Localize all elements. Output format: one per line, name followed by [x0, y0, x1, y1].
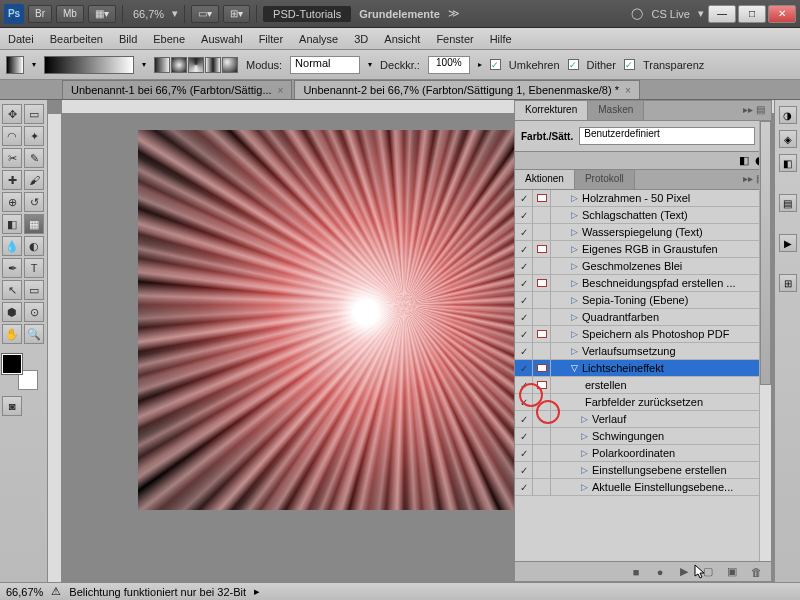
close-icon[interactable]: × [278, 85, 284, 96]
shape-tool[interactable]: ▭ [24, 280, 44, 300]
adjustment-icon[interactable]: ◧ [739, 154, 749, 167]
color-panel-icon[interactable]: ◑ [779, 106, 797, 124]
action-toggle-checkbox[interactable]: ✓ [515, 326, 533, 342]
bridge-button[interactable]: Br [28, 5, 52, 23]
expand-icon[interactable]: ▷ [571, 295, 578, 305]
path-tool[interactable]: ↖ [2, 280, 22, 300]
action-row[interactable]: ✓▷Aktuelle Einstellungsebene... [515, 479, 771, 496]
document-tab-1[interactable]: Unbenannt-1 bei 66,7% (Farbton/Sättig...… [62, 80, 292, 99]
history-brush-tool[interactable]: ↺ [24, 192, 44, 212]
action-toggle-checkbox[interactable]: ✓ [515, 394, 533, 410]
close-button[interactable]: ✕ [768, 5, 796, 23]
minimize-button[interactable]: — [708, 5, 736, 23]
action-toggle-checkbox[interactable]: ✓ [515, 190, 533, 206]
action-toggle-checkbox[interactable]: ✓ [515, 479, 533, 495]
play-icon[interactable]: ▶ [677, 565, 691, 579]
ruler-vertical[interactable] [48, 114, 62, 582]
actions-list[interactable]: ✓▷Holzrahmen - 50 Pixel✓▷Schlagschatten … [515, 190, 771, 561]
type-tool[interactable]: T [24, 258, 44, 278]
action-dialog-toggle[interactable] [533, 309, 551, 325]
action-dialog-toggle[interactable] [533, 479, 551, 495]
modus-select[interactable]: Normal [290, 56, 360, 74]
stop-icon[interactable]: ■ [629, 565, 643, 579]
zoom-label[interactable]: 66,7% [129, 8, 168, 20]
expand-icon[interactable]: ▷ [571, 278, 578, 288]
maximize-button[interactable]: □ [738, 5, 766, 23]
expand-icon[interactable]: ▷ [571, 312, 578, 322]
tab-korrekturen[interactable]: Korrekturen [515, 101, 588, 120]
cslive-button[interactable]: CS Live [647, 8, 694, 20]
wand-tool[interactable]: ✦ [24, 126, 44, 146]
scrollbar[interactable] [759, 190, 771, 561]
action-toggle-checkbox[interactable]: ✓ [515, 411, 533, 427]
tab-masken[interactable]: Masken [588, 101, 644, 120]
lasso-tool[interactable]: ◠ [2, 126, 22, 146]
blur-tool[interactable]: 💧 [2, 236, 22, 256]
menu-ansicht[interactable]: Ansicht [384, 33, 420, 45]
action-row[interactable]: ✓▷Holzrahmen - 50 Pixel [515, 190, 771, 207]
action-toggle-checkbox[interactable]: ✓ [515, 309, 533, 325]
expand-icon[interactable]: ▷ [581, 482, 588, 492]
swatches-panel-icon[interactable]: ◈ [779, 130, 797, 148]
eraser-tool[interactable]: ◧ [2, 214, 22, 234]
workspace-psdtutorials[interactable]: PSD-Tutorials [263, 6, 351, 22]
action-dialog-toggle[interactable] [533, 462, 551, 478]
expand-icon[interactable]: ▷ [571, 346, 578, 356]
action-dialog-toggle[interactable] [533, 360, 551, 376]
panel-menu-icon[interactable]: ▸▸ ▤ [737, 101, 771, 120]
action-dialog-toggle[interactable] [533, 292, 551, 308]
action-dialog-toggle[interactable] [533, 377, 551, 393]
menu-bearbeiten[interactable]: Bearbeiten [50, 33, 103, 45]
channels-panel-icon[interactable]: ⊞ [779, 274, 797, 292]
action-toggle-checkbox[interactable]: ✓ [515, 360, 533, 376]
styles-panel-icon[interactable]: ◧ [779, 154, 797, 172]
trash-icon[interactable]: 🗑 [749, 565, 763, 579]
move-tool[interactable]: ✥ [2, 104, 22, 124]
expand-icon[interactable]: ▷ [571, 329, 578, 339]
action-dialog-toggle[interactable] [533, 241, 551, 257]
action-toggle-checkbox[interactable]: ✓ [515, 292, 533, 308]
action-row[interactable]: ✓▷Sepia-Toning (Ebene) [515, 292, 771, 309]
action-dialog-toggle[interactable] [533, 224, 551, 240]
expand-icon[interactable]: ▷ [581, 448, 588, 458]
action-toggle-checkbox[interactable]: ✓ [515, 462, 533, 478]
crop-tool[interactable]: ✂ [2, 148, 22, 168]
tab-protokoll[interactable]: Protokoll [575, 170, 635, 189]
foreground-color-swatch[interactable] [2, 354, 22, 374]
action-dialog-toggle[interactable] [533, 343, 551, 359]
action-row[interactable]: ✓▷Beschneidungspfad erstellen ... [515, 275, 771, 292]
tab-aktionen[interactable]: Aktionen [515, 170, 575, 189]
close-icon[interactable]: × [625, 85, 631, 96]
umkehren-checkbox[interactable]: ✓ [490, 59, 501, 70]
zoom-tool[interactable]: 🔍 [24, 324, 44, 344]
menu-fenster[interactable]: Fenster [436, 33, 473, 45]
3d-camera-tool[interactable]: ⊙ [24, 302, 44, 322]
action-toggle-checkbox[interactable]: ✓ [515, 207, 533, 223]
expand-icon[interactable]: ▷ [571, 261, 578, 271]
record-icon[interactable]: ● [653, 565, 667, 579]
transparenz-checkbox[interactable]: ✓ [624, 59, 635, 70]
menu-analyse[interactable]: Analyse [299, 33, 338, 45]
3d-tool[interactable]: ⬢ [2, 302, 22, 322]
new-folder-icon[interactable]: ▢ [701, 565, 715, 579]
document-tab-2[interactable]: Unbenannt-2 bei 66,7% (Farbton/Sättigung… [294, 80, 639, 99]
action-toggle-checkbox[interactable]: ✓ [515, 258, 533, 274]
menu-hilfe[interactable]: Hilfe [490, 33, 512, 45]
expand-icon[interactable]: ▷ [571, 244, 578, 254]
action-row[interactable]: ✓▷Polarkoordinaten [515, 445, 771, 462]
preset-select[interactable]: Benutzerdefiniert [579, 127, 755, 145]
action-dialog-toggle[interactable] [533, 326, 551, 342]
expand-icon[interactable]: ▷ [581, 465, 588, 475]
brush-tool[interactable]: 🖌 [24, 170, 44, 190]
action-row[interactable]: ✓▷Geschmolzenes Blei [515, 258, 771, 275]
action-dialog-toggle[interactable] [533, 394, 551, 410]
gradient-tool[interactable]: ▦ [24, 214, 44, 234]
action-toggle-checkbox[interactable]: ✓ [515, 343, 533, 359]
tool-preset-icon[interactable] [6, 56, 24, 74]
menu-filter[interactable]: Filter [259, 33, 283, 45]
action-dialog-toggle[interactable] [533, 207, 551, 223]
status-arrow-icon[interactable]: ▸ [254, 585, 260, 598]
action-toggle-checkbox[interactable]: ✓ [515, 428, 533, 444]
deckkr-input[interactable]: 100% [428, 56, 470, 74]
action-row[interactable]: ✓Farbfelder zurücksetzen [515, 394, 771, 411]
